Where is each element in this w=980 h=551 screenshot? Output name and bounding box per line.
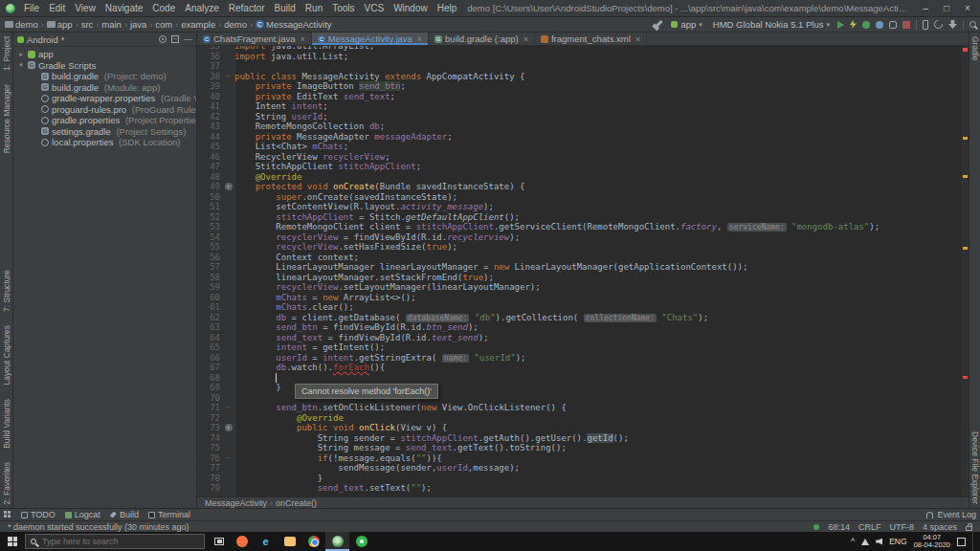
hide-panel-icon[interactable]: — xyxy=(184,35,192,43)
tree-arrow-icon[interactable]: ▾ xyxy=(17,61,25,69)
file-explorer-icon[interactable] xyxy=(278,532,301,551)
whatsapp-icon[interactable] xyxy=(349,532,373,551)
line-number[interactable]: 50 xyxy=(197,192,222,203)
code-line-66[interactable]: 66 userId = intent.getStringExtra( name:… xyxy=(197,353,961,364)
line-number[interactable]: 70 xyxy=(197,393,222,404)
line-number[interactable]: 79 xyxy=(197,483,222,494)
action-center-icon[interactable] xyxy=(957,538,966,546)
tray-expand-icon[interactable]: ^ xyxy=(851,537,855,546)
attach-debugger-icon[interactable] xyxy=(889,21,897,29)
clock[interactable]: 04:07 08-04-2020 xyxy=(914,534,950,549)
code-editor[interactable]: 35import java.util.ArrayList;36import ja… xyxy=(197,46,969,496)
tool-button-2-favorites[interactable]: 2: Favorites xyxy=(2,462,11,504)
error-stripe-mark[interactable] xyxy=(963,137,968,140)
code-line-74[interactable]: 74 String sender = stitchAppClient.getAu… xyxy=(197,433,961,444)
tree-item-gradle-wrapper-properties-gradle-version[interactable]: gradle-wrapper.properties (Gradle Versio… xyxy=(13,93,196,104)
breadcrumb-java-4[interactable]: java xyxy=(129,19,147,30)
run-icon[interactable] xyxy=(837,21,844,29)
line-number[interactable]: 72 xyxy=(197,413,222,424)
line-number[interactable]: 53 xyxy=(197,222,222,232)
tool-button-gradle[interactable]: Gradle xyxy=(970,36,980,61)
menu-analyze[interactable]: Analyze xyxy=(180,3,224,13)
code-line-58[interactable]: 58 linearLayoutManager.setStackFromEnd(t… xyxy=(197,273,961,283)
close-tab-icon[interactable]: × xyxy=(299,34,305,44)
line-number[interactable]: 58 xyxy=(197,273,222,283)
device-selector[interactable]: HMD Global Nokia 5.1 Plus ▾ xyxy=(710,19,833,30)
code-line-55[interactable]: 55 recyclerView.setHasFixedSize(true); xyxy=(197,242,961,253)
line-number[interactable]: 56 xyxy=(197,253,222,263)
menu-view[interactable]: View xyxy=(70,3,100,13)
tree-item-gradle-properties-project-properties[interactable]: gradle.properties (Project Properties) xyxy=(13,115,196,126)
edge-icon[interactable]: e xyxy=(254,532,278,551)
code-line-38[interactable]: 38−public class MessageActivity extends … xyxy=(197,72,961,82)
code-line-47[interactable]: 47 StitchAppClient stitchAppClient; xyxy=(197,162,961,172)
breadcrumb-main-3[interactable]: main xyxy=(100,19,122,30)
line-number[interactable]: 71 xyxy=(197,403,222,413)
tool-window-switcher-icon[interactable] xyxy=(4,511,11,518)
debug-icon[interactable] xyxy=(862,21,870,29)
device-manager-icon[interactable] xyxy=(923,20,928,30)
line-number[interactable]: 44 xyxy=(197,132,222,143)
menu-build[interactable]: Build xyxy=(270,3,301,13)
code-line-72[interactable]: 72 @Override xyxy=(197,413,961,424)
code-line-79[interactable]: 79 send_text.setText(""); xyxy=(197,483,961,494)
task-view-button[interactable] xyxy=(209,532,230,551)
fold-icon[interactable]: − xyxy=(222,453,234,464)
line-number[interactable]: 62 xyxy=(197,313,222,323)
code-line-78[interactable]: 78 } xyxy=(197,474,961,484)
toolwindow-build[interactable]: Build xyxy=(110,510,139,519)
breadcrumb-example-6[interactable]: example xyxy=(180,19,216,30)
fold-icon[interactable]: − xyxy=(222,72,234,82)
code-line-63[interactable]: 63 send_btn = findViewById(R.id.btn_send… xyxy=(197,322,961,333)
line-number[interactable]: 59 xyxy=(197,282,222,293)
line-number[interactable]: 38 xyxy=(197,72,222,82)
tool-button-resource-manager[interactable]: Resource Manager xyxy=(2,84,11,153)
code-line-45[interactable]: 45 List<Chat> mChats; xyxy=(197,142,961,152)
line-number[interactable]: 40 xyxy=(197,92,222,102)
breadcrumb-class[interactable]: MessageActivity xyxy=(205,498,267,508)
code-line-59[interactable]: 59 recyclerView.setLayoutManager(linearL… xyxy=(197,282,961,293)
close-tab-icon[interactable]: × xyxy=(415,34,422,44)
breadcrumb-src-2[interactable]: src xyxy=(80,19,95,30)
line-number[interactable]: 65 xyxy=(197,342,222,353)
code-line-49[interactable]: 49↑ protected void onCreate(Bundle saved… xyxy=(197,182,961,192)
line-number[interactable]: 42 xyxy=(197,112,222,122)
firefox-icon[interactable] xyxy=(230,532,254,551)
code-line-48[interactable]: 48 @Override xyxy=(197,172,961,183)
error-stripe[interactable] xyxy=(961,46,969,496)
project-view-selector[interactable]: Android xyxy=(27,34,58,45)
error-stripe-mark[interactable] xyxy=(963,48,968,52)
breadcrumb-demo-0[interactable]: demo xyxy=(4,19,39,30)
caret-position-widget[interactable]: 68:14 xyxy=(828,522,850,532)
line-number[interactable]: 55 xyxy=(197,242,222,253)
indent-widget[interactable]: 4 spaces xyxy=(923,522,957,532)
line-number[interactable]: 41 xyxy=(197,101,222,112)
fold-icon[interactable]: − xyxy=(222,403,234,413)
code-line-76[interactable]: 76− if(!message.equals("")){ xyxy=(197,453,961,464)
code-line-41[interactable]: 41 Intent intent; xyxy=(197,101,961,112)
breadcrumb-app-1[interactable]: app xyxy=(46,19,74,30)
stop-icon[interactable] xyxy=(902,21,910,29)
tree-item-proguard-rules-pro-proguard-rules-for-app[interactable]: proguard-rules.pro (ProGuard Rules for a… xyxy=(13,104,196,116)
error-stripe-mark[interactable] xyxy=(963,376,968,379)
encoding-widget[interactable]: UTF-8 xyxy=(889,522,914,532)
code-line-56[interactable]: 56 Context context; xyxy=(197,253,961,263)
menu-code[interactable]: Code xyxy=(147,3,180,13)
line-number[interactable]: 61 xyxy=(197,302,222,313)
line-number[interactable]: 57 xyxy=(197,262,222,273)
show-desktop-button[interactable] xyxy=(972,532,976,551)
tree-item-build-gradle-module-app[interactable]: Gbuild.gradle (Module: app) xyxy=(13,82,196,94)
taskbar-search[interactable] xyxy=(25,534,205,549)
network-icon[interactable] xyxy=(861,539,869,545)
language-indicator[interactable]: ENG xyxy=(889,537,906,546)
code-line-54[interactable]: 54 recyclerView = findViewById(R.id.recy… xyxy=(197,232,961,243)
line-number[interactable]: 73 xyxy=(197,423,222,433)
toolwindow-todo[interactable]: TODO xyxy=(21,510,56,519)
line-number[interactable]: 36 xyxy=(197,52,222,62)
override-gutter-icon[interactable]: ↑ xyxy=(222,182,234,192)
code-line-67[interactable]: 67 db.watch().forEach(){ xyxy=(197,363,961,373)
run-config-selector[interactable]: app ▾ xyxy=(668,19,704,30)
line-number[interactable]: 43 xyxy=(197,121,222,132)
line-number[interactable]: 75 xyxy=(197,443,222,453)
toolwindow-logcat[interactable]: Logcat xyxy=(65,510,100,519)
